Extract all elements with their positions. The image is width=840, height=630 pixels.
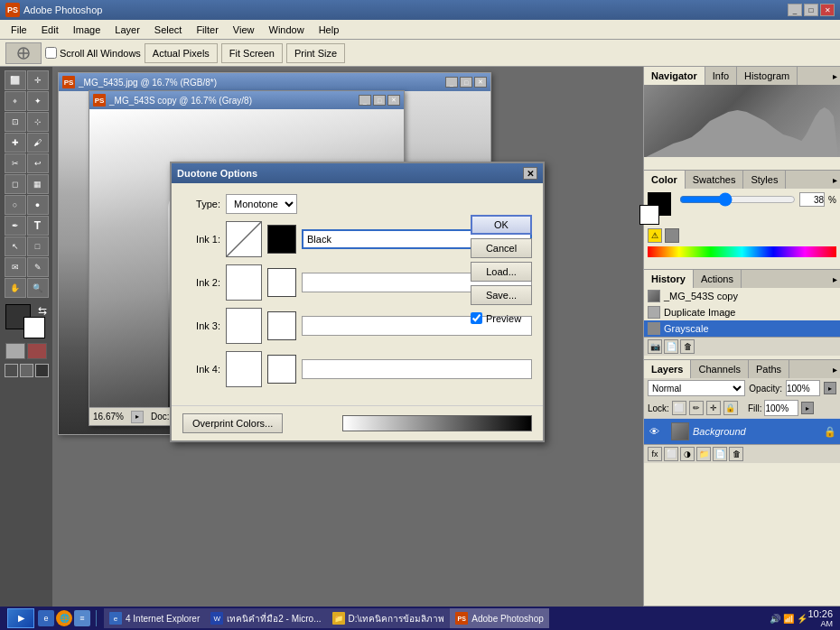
taskbar-item-folder[interactable]: 📁 D:\เทคนิคการข้อมลิภาพ xyxy=(327,608,451,628)
ink4-curve[interactable] xyxy=(226,351,262,387)
standard-mode[interactable] xyxy=(5,364,18,377)
color-spectrum[interactable] xyxy=(648,246,836,257)
brush-tool[interactable]: 🖌 xyxy=(27,133,49,153)
lasso-tool[interactable]: ⌖ xyxy=(5,91,26,111)
zoom-tool[interactable]: 🔍 xyxy=(27,278,49,298)
opacity-input[interactable] xyxy=(786,380,820,396)
menu-help[interactable]: Help xyxy=(312,23,347,37)
move-tool[interactable]: ✛ xyxy=(27,70,49,90)
healing-brush[interactable]: ✚ xyxy=(5,133,26,153)
history-new-snapshot[interactable]: 📷 xyxy=(648,339,662,354)
notes-tool[interactable]: ✉ xyxy=(5,257,26,277)
lock-transparent[interactable]: ⬜ xyxy=(672,401,686,415)
ql-icon-1[interactable]: e xyxy=(38,610,54,626)
ok-button[interactable]: OK xyxy=(471,215,532,235)
overprint-colors-button[interactable]: Overprint Colors... xyxy=(182,413,283,433)
history-item-1[interactable]: Duplicate Image xyxy=(644,304,840,320)
menu-window[interactable]: Window xyxy=(262,23,312,37)
layer-visibility-eye[interactable]: 👁 xyxy=(648,425,660,438)
color-picker-icon[interactable] xyxy=(665,228,679,243)
lock-image[interactable]: ✏ xyxy=(689,401,704,415)
fill-arrow[interactable]: ▸ xyxy=(801,402,814,414)
background-swatch[interactable] xyxy=(639,205,659,225)
start-button[interactable]: ▶ xyxy=(7,608,34,628)
layer-mask-button[interactable]: ⬜ xyxy=(664,447,678,461)
layers-expand[interactable]: ▸ xyxy=(829,364,840,375)
slice-tool[interactable]: ⊹ xyxy=(27,112,49,132)
fullscreen-mode[interactable] xyxy=(20,364,33,377)
tab-channels[interactable]: Channels xyxy=(691,360,748,378)
pen-tool[interactable]: ✒ xyxy=(5,216,26,236)
duotone-close-button[interactable]: ✕ xyxy=(523,167,537,180)
print-size-button[interactable]: Print Size xyxy=(286,43,345,63)
quick-mask-on[interactable] xyxy=(27,343,47,359)
crop-tool[interactable]: ⊡ xyxy=(5,112,26,132)
menu-layer[interactable]: Layer xyxy=(107,23,147,37)
navigator-expand[interactable]: ▸ xyxy=(829,70,840,81)
marquee-tool[interactable]: ⬜ xyxy=(5,70,26,90)
layer-background[interactable]: 👁 Background 🔒 xyxy=(644,419,840,444)
tab-actions[interactable]: Actions xyxy=(694,270,742,288)
main-window-close[interactable]: ✕ xyxy=(474,77,487,88)
tab-history[interactable]: History xyxy=(644,270,694,288)
cancel-button[interactable]: Cancel xyxy=(471,238,532,258)
history-new-doc[interactable]: 📄 xyxy=(664,339,678,354)
opacity-arrow[interactable]: ▸ xyxy=(824,382,836,394)
history-item-2[interactable]: Grayscale xyxy=(644,320,840,337)
main-window-maximize[interactable]: □ xyxy=(460,77,472,88)
tab-histogram[interactable]: Histogram xyxy=(737,67,798,85)
actual-pixels-button[interactable]: Actual Pixels xyxy=(145,43,218,63)
tray-icon-1[interactable]: 🔊 xyxy=(770,614,780,624)
k-value-input[interactable] xyxy=(799,192,825,207)
tab-paths[interactable]: Paths xyxy=(749,360,789,378)
taskbar-item-ps[interactable]: PS Adobe Photoshop xyxy=(450,608,549,628)
tab-layers[interactable]: Layers xyxy=(644,360,691,378)
menu-select[interactable]: Select xyxy=(147,23,190,37)
type-select[interactable]: Monotone Duotone Tritone Quadtone xyxy=(226,194,297,214)
history-brush[interactable]: ↩ xyxy=(27,153,49,173)
taskbar-item-ie[interactable]: e 4 Internet Explorer xyxy=(104,608,205,628)
load-button[interactable]: Load... xyxy=(471,262,532,282)
minimize-button[interactable]: _ xyxy=(788,4,802,16)
ink4-color-swatch[interactable] xyxy=(267,355,296,384)
gray-window-minimize[interactable]: _ xyxy=(359,95,371,106)
menu-image[interactable]: Image xyxy=(66,23,108,37)
text-tool[interactable]: T xyxy=(27,216,49,236)
background-color[interactable] xyxy=(23,317,45,338)
tab-color[interactable]: Color xyxy=(644,171,686,189)
layer-new-button[interactable]: 📄 xyxy=(713,447,727,461)
ink1-curve[interactable] xyxy=(226,221,262,257)
layer-delete-button[interactable]: 🗑 xyxy=(729,447,743,461)
dodge-tool[interactable]: ● xyxy=(27,195,49,215)
ink3-curve[interactable] xyxy=(226,308,262,344)
tab-navigator[interactable]: Navigator xyxy=(644,67,705,85)
swap-colors[interactable]: ⇆ xyxy=(38,304,47,317)
fullscreen-mode2[interactable] xyxy=(35,364,49,377)
gradient-tool[interactable]: ▦ xyxy=(27,174,49,194)
layer-fx-button[interactable]: fx xyxy=(648,447,662,461)
taskbar-item-word[interactable]: W เทคนิคำที่มือ2 - Micro... xyxy=(205,608,326,628)
gray-window-maximize[interactable]: □ xyxy=(373,95,386,106)
color-expand[interactable]: ▸ xyxy=(829,174,840,185)
lock-all[interactable]: 🔒 xyxy=(723,401,738,415)
tab-info[interactable]: Info xyxy=(705,67,737,85)
menu-file[interactable]: File xyxy=(4,23,34,37)
ink1-color-swatch[interactable] xyxy=(267,225,296,254)
blur-tool[interactable]: ○ xyxy=(5,195,26,215)
tray-icon-3[interactable]: ⚡ xyxy=(797,614,807,624)
tab-styles[interactable]: Styles xyxy=(743,171,786,189)
eyedropper-tool[interactable]: ✎ xyxy=(27,257,49,277)
ink2-color-swatch[interactable] xyxy=(267,268,296,297)
fill-input[interactable] xyxy=(764,400,798,416)
history-expand[interactable]: ▸ xyxy=(829,273,840,284)
main-window-minimize[interactable]: _ xyxy=(445,77,458,88)
save-button[interactable]: Save... xyxy=(471,285,532,305)
maximize-button[interactable]: □ xyxy=(804,4,818,16)
preview-checkbox[interactable] xyxy=(471,312,482,324)
k-slider[interactable] xyxy=(679,194,796,205)
menu-view[interactable]: View xyxy=(226,23,262,37)
scroll-all-windows-checkbox[interactable] xyxy=(45,47,57,59)
fit-screen-button[interactable]: Fit Screen xyxy=(221,43,283,63)
gray-window-close[interactable]: ✕ xyxy=(387,95,400,106)
lock-position[interactable]: ✛ xyxy=(706,401,721,415)
